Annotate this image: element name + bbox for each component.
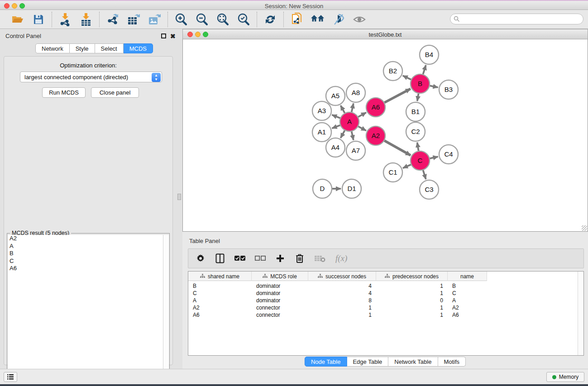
graph-node-A[interactable]: A — [340, 112, 359, 131]
save-session-icon[interactable] — [32, 13, 45, 26]
criterion-dropdown[interactable]: largest connected component (directed) ▲… — [20, 71, 162, 82]
home-icon[interactable] — [311, 13, 325, 26]
cell-name: A2 — [448, 304, 487, 311]
graph-node-C1[interactable]: C1 — [383, 163, 402, 182]
tab-network-table[interactable]: Network Table — [388, 357, 438, 367]
graph-node-A6[interactable]: A6 — [366, 98, 385, 117]
column-header-name[interactable]: name — [448, 272, 487, 281]
graph-node-A4[interactable]: A4 — [326, 138, 345, 157]
graph-node-A7[interactable]: A7 — [346, 141, 365, 160]
tab-network[interactable]: Network — [35, 43, 70, 53]
run-mcds-button[interactable]: Run MCDS — [42, 87, 86, 98]
network-canvas[interactable]: B4B2BB3A8A5A6A3B1AA1C2A2A4A7C4CC1C3DD1 — [182, 39, 588, 232]
zoom-in-icon[interactable] — [174, 13, 188, 26]
delete-column-icon[interactable] — [295, 253, 305, 264]
mcds-result-item[interactable]: B — [8, 250, 163, 257]
show-panel-menu-button[interactable] — [4, 372, 17, 382]
graph-node-B3[interactable]: B3 — [439, 80, 458, 99]
tab-edge-table[interactable]: Edge Table — [347, 357, 388, 367]
column-header-shared-name[interactable]: shared name — [188, 272, 252, 281]
graph-node-A8[interactable]: A8 — [346, 83, 365, 102]
mcds-result-item[interactable]: C — [8, 257, 163, 265]
column-header-predecessor-nodes[interactable]: predecessor nodes — [376, 272, 448, 281]
tab-style[interactable]: Style — [70, 43, 95, 53]
zoom-out-icon[interactable] — [195, 13, 209, 26]
graph-node-A2[interactable]: A2 — [366, 126, 385, 145]
table-row[interactable]: Adominator80A — [188, 297, 487, 304]
mcds-panel: Optimization criterion: largest connecte… — [4, 56, 173, 365]
mcds-result-item[interactable]: A2 — [8, 235, 163, 243]
main-toolbar — [0, 10, 588, 29]
import-table-icon[interactable] — [79, 13, 93, 26]
mcds-result-scrollbar[interactable] — [163, 235, 169, 386]
vertical-splitter[interactable] — [177, 29, 182, 369]
tab-motifs[interactable]: Motifs — [438, 357, 466, 367]
criterion-value: largest connected component (directed) — [24, 74, 128, 81]
cell-predecessor-nodes: 1 — [376, 311, 448, 319]
tab-select[interactable]: Select — [95, 43, 124, 53]
tab-mcds[interactable]: MCDS — [124, 43, 153, 53]
select-all-icon[interactable] — [234, 253, 245, 264]
optimization-criterion-label: Optimization criterion: — [4, 62, 172, 69]
svg-text:D1: D1 — [347, 185, 356, 192]
tab-node-table[interactable]: Node Table — [305, 357, 347, 367]
add-column-icon[interactable] — [275, 253, 285, 264]
import-network-icon[interactable] — [58, 13, 72, 26]
graph-node-D[interactable]: D — [313, 179, 332, 198]
graph-node-D1[interactable]: D1 — [342, 179, 361, 198]
graph-node-B[interactable]: B — [411, 74, 430, 93]
function-builder-button[interactable]: f(x) — [335, 253, 347, 264]
cell-predecessor-nodes: 1 — [376, 304, 448, 311]
graph-node-C4[interactable]: C4 — [439, 145, 458, 164]
graph-node-A5[interactable]: A5 — [326, 86, 345, 105]
svg-text:A6: A6 — [372, 103, 380, 111]
svg-text:C1: C1 — [388, 168, 397, 176]
export-table-icon[interactable] — [127, 13, 140, 26]
mcds-result-list: A2ABCA6 — [8, 235, 163, 386]
table-row[interactable]: A2connector11A2 — [188, 304, 487, 311]
mcds-result-item[interactable]: A — [8, 243, 163, 250]
zoom-selected-icon[interactable] — [237, 13, 250, 26]
graph-node-B4[interactable]: B4 — [420, 45, 439, 64]
open-session-icon[interactable] — [11, 13, 24, 26]
graph-node-B2[interactable]: B2 — [383, 62, 402, 81]
table-row[interactable]: A6connector11A6 — [188, 311, 487, 319]
graph-node-C[interactable]: C — [411, 151, 430, 170]
column-header-successor-nodes[interactable]: successor nodes — [308, 272, 376, 281]
edge-B-B3 — [430, 86, 438, 87]
resize-grip[interactable] — [582, 225, 587, 231]
graph-node-C3[interactable]: C3 — [420, 180, 439, 199]
new-network-from-selection-icon[interactable] — [290, 13, 304, 26]
search-input[interactable] — [450, 14, 583, 24]
memory-button[interactable]: Memory — [546, 372, 584, 382]
edge-A-A3 — [332, 115, 340, 118]
zoom-fit-icon[interactable] — [216, 13, 229, 26]
splitter-handle[interactable] — [177, 194, 181, 200]
export-image-icon[interactable] — [148, 13, 161, 26]
list-icon — [7, 374, 14, 380]
column-icon[interactable] — [215, 253, 225, 264]
graph-node-B1[interactable]: B1 — [406, 102, 425, 121]
table-header-row: shared nameMCDS rolesuccessor nodesprede… — [188, 272, 487, 281]
table-row[interactable]: Bdominator41B — [188, 282, 487, 290]
deselect-all-icon[interactable] — [255, 253, 266, 264]
hide-panel-icon[interactable] — [332, 13, 345, 26]
network-window-titlebar[interactable]: testGlobe.txt — [182, 29, 588, 39]
mcds-result-item[interactable]: A6 — [8, 265, 163, 272]
graph-node-C2[interactable]: C2 — [406, 122, 425, 141]
close-panel-icon[interactable]: ✖ — [170, 34, 176, 39]
column-header-MCDS-role[interactable]: MCDS role — [252, 272, 308, 281]
table-row[interactable]: Cdominator41C — [188, 290, 487, 297]
control-panel-tabs: NetworkStyleSelectMCDS — [35, 43, 153, 53]
table-scrollbar[interactable] — [578, 272, 583, 355]
export-network-icon[interactable] — [106, 13, 120, 26]
cell-predecessor-nodes: 1 — [376, 282, 448, 290]
delete-table-icon[interactable] — [314, 253, 326, 264]
refresh-icon[interactable] — [263, 13, 277, 26]
close-panel-button[interactable]: Close panel — [91, 87, 139, 98]
eye-icon[interactable] — [353, 13, 366, 26]
float-panel-icon[interactable] — [161, 33, 166, 38]
graph-node-A3[interactable]: A3 — [312, 101, 331, 120]
graph-node-A1[interactable]: A1 — [312, 123, 331, 142]
gear-icon[interactable] — [196, 253, 206, 264]
